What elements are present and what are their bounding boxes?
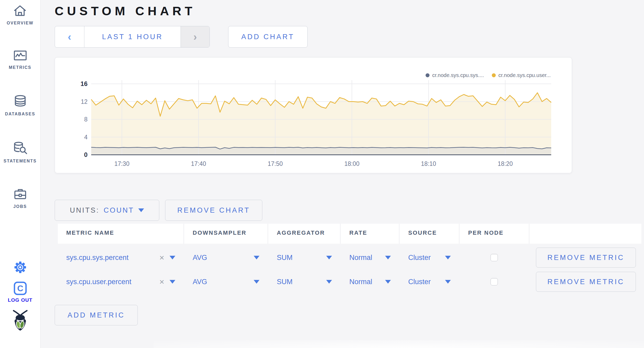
sidebar: OVERVIEW METRICS DATABASE — [0, 0, 40, 348]
table-row: sys.cpu.user.percent × AVG SUM Nor — [58, 271, 641, 292]
home-icon — [13, 4, 27, 17]
units-dropdown[interactable]: UNITS: COUNT — [55, 200, 159, 221]
cockroachdb-logo — [10, 309, 30, 332]
rate-select[interactable]: Normal — [341, 271, 399, 292]
chevron-down-icon — [326, 280, 332, 284]
sidebar-item-label: DATABASES — [5, 112, 35, 116]
column-header-rate: RATE — [341, 224, 399, 244]
clear-metric-icon[interactable]: × — [159, 277, 164, 287]
rate-value: Normal — [349, 278, 372, 286]
legend-item-sys[interactable]: cr.node.sys.cpu.sys.... — [426, 72, 484, 78]
per-node-checkbox[interactable] — [490, 278, 498, 285]
chart-legend: cr.node.sys.cpu.sys.... cr.node.sys.cpu.… — [426, 72, 551, 78]
units-value: COUNT — [104, 206, 134, 214]
legend-item-user[interactable]: cr.node.sys.cpu.user... — [492, 72, 551, 78]
column-header-downsampler: DOWNSAMPLER — [184, 224, 267, 244]
downsampler-select[interactable]: AVG — [184, 271, 267, 292]
add-chart-button[interactable]: ADD CHART — [228, 26, 308, 48]
y-tick-label: 12 — [81, 98, 88, 105]
sidebar-item-label: STATEMENTS — [3, 159, 37, 163]
sidebar-item-statements[interactable]: STATEMENTS — [3, 141, 37, 163]
legend-label: cr.node.sys.cpu.sys.... — [432, 72, 484, 78]
logout-button[interactable]: C LOG OUT — [8, 282, 33, 303]
chevron-down-icon — [170, 256, 175, 259]
sidebar-item-databases[interactable]: DATABASES — [5, 94, 35, 116]
chevron-down-icon — [254, 256, 259, 259]
metric-name-value: sys.cpu.sys.percent — [66, 254, 129, 262]
metric-name-select[interactable]: sys.cpu.sys.percent × — [58, 247, 183, 268]
x-tick-label: 17:50 — [268, 160, 283, 167]
chevron-down-icon — [326, 256, 332, 259]
aggregator-select[interactable]: SUM — [268, 247, 340, 268]
chevron-right-icon: › — [193, 32, 197, 42]
databases-icon — [13, 94, 27, 108]
aggregator-value: SUM — [277, 278, 293, 286]
y-tick-label: 8 — [84, 116, 88, 123]
remove-metric-button[interactable]: REMOVE METRIC — [536, 272, 636, 292]
toolbar: ‹ LAST 1 HOUR › ADD CHART — [55, 26, 644, 48]
statements-icon — [13, 141, 27, 155]
rate-value: Normal — [349, 254, 372, 262]
source-value: Cluster — [408, 278, 431, 286]
sidebar-item-overview[interactable]: OVERVIEW — [7, 4, 34, 25]
gear-icon — [13, 260, 27, 274]
table-row: sys.cpu.sys.percent × AVG SUM Norm — [58, 247, 641, 268]
chevron-down-icon — [385, 256, 391, 259]
logout-label: LOG OUT — [8, 297, 33, 303]
main-content: CUSTOM CHART ‹ LAST 1 HOUR › ADD CHART c… — [40, 0, 644, 348]
chart-controls-row: UNITS: COUNT REMOVE CHART — [55, 200, 644, 221]
downsampler-value: AVG — [193, 278, 207, 286]
cockroach-bug-icon — [10, 309, 30, 331]
metric-name-value: sys.cpu.user.percent — [66, 278, 131, 286]
jobs-icon — [13, 188, 27, 200]
metrics-icon — [13, 50, 27, 61]
aggregator-select[interactable]: SUM — [268, 271, 340, 292]
metrics-table-body: sys.cpu.sys.percent × AVG SUM Norm — [58, 247, 641, 292]
per-node-cell — [460, 247, 529, 268]
bottom-glow — [154, 340, 644, 348]
y-tick-label: 0 — [84, 151, 88, 158]
chevron-down-icon — [445, 256, 451, 259]
sidebar-item-label: JOBS — [13, 204, 27, 209]
time-range-dropdown[interactable]: LAST 1 HOUR — [84, 26, 181, 47]
remove-metric-button[interactable]: REMOVE METRIC — [536, 248, 636, 268]
chart-card: cr.node.sys.cpu.sys.... cr.node.sys.cpu.… — [55, 57, 572, 173]
actions-cell: REMOVE METRIC — [530, 247, 641, 268]
clear-metric-icon[interactable]: × — [159, 253, 164, 263]
per-node-checkbox[interactable] — [490, 254, 498, 261]
y-tick-label: 4 — [84, 134, 88, 141]
sidebar-item-metrics[interactable]: METRICS — [9, 50, 32, 70]
settings-button[interactable] — [13, 260, 27, 275]
units-label: UNITS: — [70, 206, 100, 214]
sidebar-item-label: METRICS — [9, 65, 32, 70]
chevron-down-icon — [385, 280, 391, 284]
x-tick-label: 17:40 — [191, 160, 206, 167]
add-metric-button[interactable]: ADD METRIC — [55, 305, 138, 325]
column-header-per-node: PER NODE — [460, 224, 529, 244]
legend-dot-icon — [492, 73, 496, 77]
legend-label: cr.node.sys.cpu.user... — [498, 72, 551, 78]
metrics-table-header: METRIC NAME DOWNSAMPLER AGGREGATOR RATE … — [58, 224, 641, 244]
series-area-user — [91, 93, 551, 155]
x-tick-label: 17:30 — [114, 160, 130, 167]
rate-select[interactable]: Normal — [341, 247, 399, 268]
x-tick-label: 18:00 — [344, 160, 360, 167]
column-header-actions — [530, 224, 641, 244]
aggregator-value: SUM — [277, 254, 293, 262]
remove-chart-button[interactable]: REMOVE CHART — [165, 200, 262, 221]
page-title: CUSTOM CHART — [55, 4, 644, 18]
downsampler-value: AVG — [193, 254, 207, 262]
source-select[interactable]: Cluster — [400, 271, 459, 292]
sidebar-item-label: OVERVIEW — [7, 21, 34, 25]
metric-name-select[interactable]: sys.cpu.user.percent × — [58, 271, 183, 292]
time-range-selector: ‹ LAST 1 HOUR › — [55, 26, 210, 48]
sidebar-item-jobs[interactable]: JOBS — [13, 188, 27, 209]
metrics-table: METRIC NAME DOWNSAMPLER AGGREGATOR RATE … — [58, 224, 641, 292]
time-range-next-button[interactable]: › — [181, 26, 209, 47]
chevron-left-icon: ‹ — [68, 32, 71, 42]
source-select[interactable]: Cluster — [400, 247, 459, 268]
chevron-down-icon — [254, 280, 259, 284]
time-range-prev-button[interactable]: ‹ — [55, 26, 84, 47]
chevron-down-icon — [138, 208, 144, 212]
downsampler-select[interactable]: AVG — [184, 247, 267, 268]
